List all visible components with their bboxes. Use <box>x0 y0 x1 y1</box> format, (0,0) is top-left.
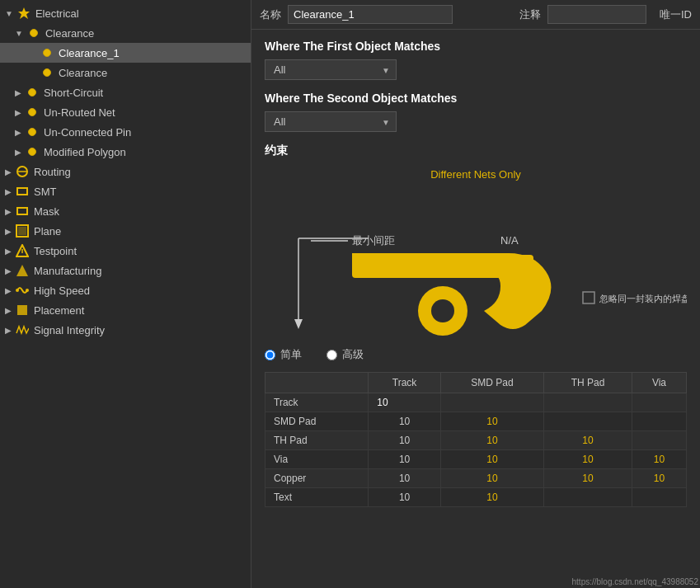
sidebar-item-routing[interactable]: ▶ Routing <box>0 162 251 181</box>
mask-label: Mask <box>34 205 59 218</box>
svg-text:忽略同一封装内的焊盘间距: 忽略同一封装内的焊盘间距 <box>599 294 687 303</box>
col-header-empty <box>265 373 369 393</box>
caret-routing: ▶ <box>5 167 12 176</box>
placement-label: Placement <box>34 304 84 317</box>
un-routed-label: Un-Routed Net <box>44 106 115 119</box>
modified-polygon-label: Modified Polygon <box>44 146 126 158</box>
smt-label: SMT <box>34 186 56 198</box>
sidebar-item-un-routed-net[interactable]: ▶ Un-Routed Net <box>0 102 251 122</box>
clearance-group-label: Clearance <box>45 27 94 40</box>
svg-rect-4 <box>18 227 26 235</box>
sidebar-item-testpoint[interactable]: ▶ Testpoint <box>0 241 251 261</box>
electrical-label: Electrical <box>35 7 79 20</box>
radio-row: 简单 高级 <box>265 347 687 362</box>
svg-marker-7 <box>16 265 28 276</box>
sidebar-item-manufacturing[interactable]: ▶ Manufacturing <box>0 261 251 280</box>
short-circuit-icon <box>25 85 40 100</box>
sidebar-item-electrical[interactable]: ▼ Electrical <box>0 3 251 23</box>
radio-simple[interactable]: 简单 <box>265 347 302 362</box>
cell-th-track: 10 <box>369 431 441 450</box>
cell-via-track: 10 <box>369 450 441 469</box>
un-connected-label: Un-Connected Pin <box>44 126 131 139</box>
modified-polygon-icon <box>25 144 40 159</box>
cell-via-th: 10 <box>544 450 632 469</box>
first-object-dropdown[interactable]: All <box>265 59 397 80</box>
note-label: 注释 <box>519 7 541 22</box>
sidebar-item-smt[interactable]: ▶ SMT <box>0 181 251 201</box>
cell-text-via <box>632 488 686 507</box>
col-header-thpad: TH Pad <box>544 373 632 393</box>
sidebar-item-short-circuit[interactable]: ▶ Short-Circuit <box>0 82 251 102</box>
clearance1-label: Clearance_1 <box>59 47 120 59</box>
sidebar-item-clearance1[interactable]: ▶ Clearance_1 <box>0 43 251 63</box>
high-speed-label: High Speed <box>34 285 90 297</box>
cell-th-smd: 10 <box>440 431 543 450</box>
svg-point-8 <box>16 289 19 292</box>
row-label-copper: Copper <box>265 469 369 488</box>
caret-placement: ▶ <box>5 306 12 315</box>
routing-icon <box>15 164 30 179</box>
un-connected-icon <box>25 125 40 139</box>
cell-copper-via: 10 <box>632 469 686 488</box>
unique-id-label: 唯一ID <box>660 7 692 22</box>
sidebar-item-modified-polygon[interactable]: ▶ Modified Polygon <box>0 142 251 162</box>
clearance-group-icon <box>26 26 41 40</box>
table-row: Copper 10 10 10 10 <box>265 469 687 488</box>
second-object-dropdown-row: All <box>265 111 687 132</box>
constraint-title: 约束 <box>265 143 687 158</box>
radio-simple-input[interactable] <box>265 350 275 360</box>
cell-track-track: 10 <box>369 393 441 412</box>
cell-th-via <box>632 431 686 450</box>
sidebar-item-signal-integrity[interactable]: ▶ Signal Integrity <box>0 320 251 340</box>
svg-text:N/A: N/A <box>500 234 519 247</box>
sidebar-item-un-connected-pin[interactable]: ▶ Un-Connected Pin <box>0 122 251 142</box>
sidebar-item-clearance-group[interactable]: ▼ Clearance <box>0 23 251 43</box>
signal-integrity-icon <box>15 322 30 337</box>
sidebar-item-clearance2[interactable]: ▶ Clearance <box>0 63 251 82</box>
table-row: Text 10 10 <box>265 488 687 507</box>
main-panel: 名称 注释 唯一ID Where The First Object Matche… <box>251 0 700 588</box>
sidebar-item-mask[interactable]: ▶ Mask <box>0 201 251 221</box>
expand-arrow-electrical: ▼ <box>5 9 13 18</box>
caret-high-speed: ▶ <box>5 286 12 295</box>
second-object-dropdown[interactable]: All <box>265 111 397 132</box>
caret-plane: ▶ <box>5 227 12 236</box>
un-routed-icon <box>25 105 40 120</box>
content-area: Where The First Object Matches All Where… <box>251 30 700 588</box>
row-label-track: Track <box>265 393 369 412</box>
cell-smd-th <box>544 412 632 431</box>
cell-copper-smd: 10 <box>440 469 543 488</box>
sidebar-item-placement[interactable]: ▶ Placement <box>0 300 251 320</box>
note-input[interactable] <box>547 5 646 24</box>
cell-smd-smd: 10 <box>440 412 543 431</box>
first-object-dropdown-row: All <box>265 59 687 80</box>
svg-point-19 <box>431 299 454 322</box>
clearance2-icon <box>40 65 54 80</box>
caret-un-routed: ▶ <box>15 108 21 117</box>
placement-icon <box>15 303 30 318</box>
cell-track-via <box>632 393 686 412</box>
short-circuit-label: Short-Circuit <box>44 87 103 99</box>
expand-arrow-clearance: ▼ <box>15 29 23 38</box>
cell-track-smd <box>440 393 543 412</box>
name-label: 名称 <box>260 7 281 22</box>
svg-text:最小间距: 最小间距 <box>352 234 395 247</box>
radio-advanced[interactable]: 高级 <box>327 347 364 362</box>
first-object-title: Where The First Object Matches <box>265 40 687 53</box>
caret-short: ▶ <box>15 88 21 97</box>
caret-un-connected: ▶ <box>15 128 21 137</box>
table-row: TH Pad 10 10 10 <box>265 431 687 450</box>
sidebar-item-plane[interactable]: ▶ Plane <box>0 221 251 241</box>
sidebar-item-high-speed[interactable]: ▶ High Speed <box>0 280 251 300</box>
name-input[interactable] <box>288 5 453 24</box>
sidebar: ▼ Electrical ▼ Clearance ▶ Clearance_1 ▶… <box>0 0 251 588</box>
svg-marker-13 <box>294 319 303 329</box>
radio-advanced-label: 高级 <box>342 347 364 362</box>
manufacturing-icon <box>15 263 30 278</box>
high-speed-icon <box>15 283 30 298</box>
cell-smd-via <box>632 412 686 431</box>
cell-smd-track: 10 <box>369 412 441 431</box>
row-label-via: Via <box>265 450 369 469</box>
radio-advanced-input[interactable] <box>327 350 337 360</box>
constraint-section: 约束 Different Nets Only 最小间距 N/A <box>265 143 687 507</box>
